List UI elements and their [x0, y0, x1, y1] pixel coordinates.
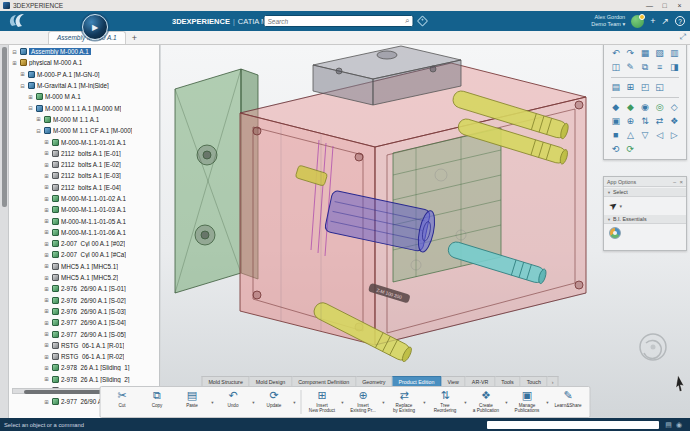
list-icon[interactable]: ≡: [653, 62, 667, 73]
tree-expander-icon[interactable]: ⊞: [35, 116, 42, 122]
bi-essentials-icon[interactable]: [609, 227, 621, 239]
manage-publications-button[interactable]: ▣Manage Publications: [510, 389, 545, 415]
select-cursor-icon[interactable]: ➤: [607, 199, 620, 213]
cube-green-icon[interactable]: ◆: [624, 102, 638, 113]
tree-item[interactable]: ⊞2112_bolts A.1 [E-02]: [9, 159, 159, 170]
tree-item[interactable]: ⊞2112_bolts A.1 [E-03]: [9, 170, 159, 181]
share-icon[interactable]: ↗: [661, 17, 669, 26]
swap-icon[interactable]: ⇄: [653, 116, 667, 127]
tree-expander-icon[interactable]: ⊞: [19, 71, 26, 77]
app-options-close-icon[interactable]: ×: [679, 179, 683, 185]
target-icon[interactable]: ◉: [638, 102, 652, 113]
tree-expander-icon[interactable]: ⊞: [43, 263, 50, 269]
sheet-icon[interactable]: ▤: [609, 82, 623, 93]
tree-item[interactable]: ⊞M-000 M 1.1 A.1: [9, 114, 159, 125]
user-avatar[interactable]: [631, 15, 644, 28]
insert-existing-pr--button[interactable]: ⊕Insert Existing Pr...: [346, 389, 381, 415]
maximize-button[interactable]: □: [657, 2, 672, 9]
search-input[interactable]: [268, 18, 406, 25]
view-front-icon[interactable]: ■: [609, 130, 623, 141]
undo-button[interactable]: ↶Undo: [216, 389, 251, 415]
tree-expander-icon[interactable]: ⊟: [19, 83, 26, 89]
tree-item[interactable]: ⊞physical M-000 A.1: [9, 57, 159, 68]
dropdown-caret-icon[interactable]: ▾: [292, 389, 298, 415]
tree-item[interactable]: ⊞2-978_26 A.1 [Sliding_1]: [9, 362, 159, 373]
view-bottom-icon[interactable]: ▽: [638, 130, 652, 141]
tree-item[interactable]: ⊞2-976_26/90 A.1 [S-03]: [9, 306, 159, 317]
replace-by-existing-button[interactable]: ⇄Replace by Existing: [387, 389, 422, 415]
tree-item[interactable]: ⊞M-000 M A.1: [9, 91, 159, 102]
tree-expander-icon[interactable]: ⊞: [43, 229, 50, 235]
action-bar-tab-mold-design[interactable]: Mold Design: [250, 376, 292, 386]
tree-item[interactable]: ⊞M-000-P A.1 [M-GN-0]: [9, 69, 159, 80]
learn-share-button[interactable]: ✎Learn&Share: [551, 389, 586, 415]
tree-item[interactable]: ⊞M-000-M-1.1-01-06 A.1: [9, 227, 159, 238]
tree-item[interactable]: ⊞2-976_26/90 A.1 [S-02]: [9, 295, 159, 306]
tree-item[interactable]: ⊞2112_bolts A.1 [E-04]: [9, 182, 159, 193]
undo-arrow-icon[interactable]: ↶: [609, 48, 623, 59]
tree-expander-icon[interactable]: ⊟: [11, 49, 18, 55]
tree-expander-icon[interactable]: ⊞: [43, 331, 50, 337]
frame-box-icon[interactable]: ◱: [653, 82, 667, 93]
paste-button[interactable]: ▤Paste: [175, 389, 210, 415]
3dexperience-compass-icon[interactable]: ▶: [82, 14, 108, 40]
fullscreen-icon[interactable]: ⤢: [680, 32, 686, 42]
tree-item[interactable]: ⊟Assembly M-000 A.1: [9, 46, 159, 57]
create-a-publication-button[interactable]: ❖Create a Publication: [469, 389, 504, 415]
tree-expander-icon[interactable]: ⊞: [43, 150, 50, 156]
cube-blue-icon[interactable]: ◆: [609, 102, 623, 113]
action-bar-tab-mold-structure[interactable]: Mold Structure: [201, 376, 249, 386]
tree-item[interactable]: ⊟M-Gravital A.1 [M-InjSide]: [9, 80, 159, 91]
image-icon[interactable]: ▧: [653, 48, 667, 59]
tree-item[interactable]: ⊟M-000 M 1.1 CF A.1 [M-000]: [9, 125, 159, 136]
tree-item[interactable]: ⊟M-000 M 1.1 A.1 [M-000 M]: [9, 102, 159, 113]
cut-button[interactable]: ✂Cut: [105, 389, 140, 415]
tree-item[interactable]: ⊞2-976_26/90 A.1 [S-01]: [9, 283, 159, 294]
select-section-header[interactable]: ▼ Select: [604, 188, 686, 197]
tree-expander-icon[interactable]: ⊞: [43, 275, 50, 281]
tree-expander-icon[interactable]: ⊞: [43, 342, 50, 348]
edit-pencil-icon[interactable]: ✎: [624, 62, 638, 73]
search-box[interactable]: ⌕: [264, 15, 414, 27]
action-bar-tab-tools[interactable]: Tools: [495, 376, 520, 386]
app-options-header[interactable]: App Options − ×: [604, 177, 686, 187]
tag-search-icon[interactable]: [417, 15, 428, 26]
tree-expander-icon[interactable]: ⊞: [43, 173, 50, 179]
minimize-button[interactable]: —: [642, 2, 657, 9]
tree-expander-icon[interactable]: ⊞: [27, 94, 34, 100]
insert-new-product-button[interactable]: ⊞Insert New Product: [305, 389, 340, 415]
ring-icon[interactable]: ◎: [653, 102, 667, 113]
tree-item[interactable]: ⊞2-007_Cyl 00 A.1 [#Ca]: [9, 249, 159, 260]
tree-item[interactable]: ⊞RSTG_06-1 A.1 [R-01]: [9, 340, 159, 351]
copy-button[interactable]: ⧉Copy: [140, 389, 175, 415]
tree-item[interactable]: ⊞M-000-M-1.1-01-03 A.1: [9, 204, 159, 215]
action-bar-tab-view[interactable]: View: [441, 376, 465, 386]
tree-expander-icon[interactable]: ⊟: [35, 128, 42, 134]
measure-icon[interactable]: ⇅: [638, 116, 652, 127]
assistant-robot-icon[interactable]: ◉: [676, 421, 682, 429]
tree-item[interactable]: ⊞2-977_26/90 A.1 [S-04]: [9, 317, 159, 328]
tree-item[interactable]: ⊞MHC5 A.1 [MHC5.2]: [9, 272, 159, 283]
split-view-icon[interactable]: ◨: [667, 62, 681, 73]
tree-expander-icon[interactable]: ⊞: [43, 196, 50, 202]
grid-table-icon[interactable]: ▦: [638, 48, 652, 59]
tree-reordering-button[interactable]: ⇅Tree Reordering: [428, 389, 463, 415]
action-bar-tab-geometry[interactable]: Geometry: [356, 376, 392, 386]
tree-expander-icon[interactable]: ⊞: [43, 297, 50, 303]
add-content-button[interactable]: +: [650, 17, 655, 26]
tree-item[interactable]: ⊞2112_bolts A.1 [E-01]: [9, 148, 159, 159]
view-left-icon[interactable]: ◁: [653, 130, 667, 141]
user-block[interactable]: Alex Gordon Demo Team ▾: [591, 14, 625, 27]
add-tab-button[interactable]: +: [132, 32, 137, 44]
tree-item[interactable]: ⊞RSTG_06-1 A.1 [R-02]: [9, 351, 159, 362]
doc-edit-icon[interactable]: ▣: [609, 116, 623, 127]
search-icon[interactable]: ⌕: [405, 17, 409, 25]
action-bar-tab-touch[interactable]: Touch: [521, 376, 548, 386]
action-bar-tab--[interactable]: ›: [548, 376, 559, 386]
tree-expander-icon[interactable]: ⊞: [43, 218, 50, 224]
copy-sheet-icon[interactable]: ⧉: [638, 62, 652, 73]
tree-item[interactable]: ⊞M-000-M-1.1-01-01 A.1: [9, 136, 159, 147]
tree-expander-icon[interactable]: ⊞: [43, 241, 50, 247]
tree-expander-icon[interactable]: ⊞: [11, 60, 18, 66]
command-input[interactable]: [487, 421, 659, 429]
